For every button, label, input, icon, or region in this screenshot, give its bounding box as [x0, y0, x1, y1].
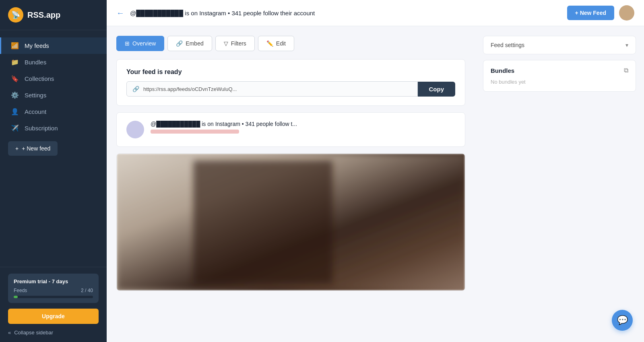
back-button[interactable]: ←	[116, 8, 124, 18]
upgrade-button[interactable]: Upgrade	[8, 309, 99, 324]
topbar-left: ← @███████████ is on Instagram • 341 peo…	[116, 8, 315, 18]
sidebar-item-collections[interactable]: 🔖 Collections	[0, 70, 107, 87]
filters-icon: ▽	[224, 40, 228, 47]
sidebar-item-bundles[interactable]: 📁 Bundles	[0, 54, 107, 70]
feed-preview-title: @███████████ is on Instagram • 341 peopl…	[151, 121, 297, 127]
feed-url-row: 🔗 https://rss.app/feeds/oCDvnTzeWuluQ...…	[126, 81, 455, 97]
collections-icon: 🔖	[11, 75, 19, 82]
sidebar-item-subscription[interactable]: ✈️ Subscription	[0, 120, 107, 136]
collapse-sidebar-button[interactable]: « Collapse sidebar	[8, 330, 99, 336]
tab-embed-label: Embed	[186, 40, 203, 47]
app-name: RSS.app	[27, 10, 60, 20]
feed-preview-url-bar	[151, 130, 239, 134]
main-content: ← @███████████ is on Instagram • 341 peo…	[107, 0, 644, 342]
sidebar-logo: 📡 RSS.app	[0, 0, 107, 30]
link-icon: 🔗	[132, 86, 139, 92]
logo-icon: 📡	[8, 7, 23, 23]
collapse-arrows-icon: «	[8, 330, 11, 336]
bundles-header: Bundles ⧉	[491, 67, 628, 74]
feed-settings-dropdown[interactable]: Feed settings ▾	[483, 36, 636, 54]
content-area: ⊞ Overview 🔗 Embed ▽ Filters ✏️ Edit	[107, 26, 644, 342]
collapse-label: Collapse sidebar	[14, 330, 53, 336]
feeds-value: 2 / 40	[81, 288, 93, 293]
sidebar-item-account[interactable]: 👤 Account	[0, 103, 107, 120]
tab-edit[interactable]: ✏️ Edit	[258, 36, 294, 51]
feed-preview-content: @███████████ is on Instagram • 341 peopl…	[151, 121, 297, 134]
feeds-row: Feeds 2 / 40	[14, 288, 93, 293]
premium-title: Premium trial - 7 days	[14, 278, 93, 284]
embed-icon: 🔗	[176, 40, 183, 47]
progress-bar	[14, 296, 93, 298]
sidebar-item-label: My feeds	[25, 42, 49, 49]
new-feed-top-button[interactable]: + New Feed	[567, 6, 614, 20]
sidebar-bottom: Premium trial - 7 days Feeds 2 / 40 Upgr…	[0, 267, 107, 342]
tab-edit-label: Edit	[276, 40, 286, 47]
sidebar-item-label: Bundles	[25, 59, 46, 66]
bundles-card: Bundles ⧉ No bundles yet	[483, 60, 636, 92]
my-feeds-icon: 📶	[11, 42, 19, 49]
svg-rect-1	[193, 161, 332, 284]
page-title: @███████████ is on Instagram • 341 peopl…	[130, 10, 315, 16]
sidebar-item-label: Collections	[25, 75, 54, 82]
rss-logo-icon: 📡	[11, 10, 20, 19]
settings-icon: ⚙️	[11, 91, 19, 99]
tab-embed[interactable]: 🔗 Embed	[167, 36, 212, 51]
tab-overview-label: Overview	[132, 40, 156, 47]
premium-badge: Premium trial - 7 days Feeds 2 / 40	[8, 274, 99, 303]
tab-filters[interactable]: ▽ Filters	[215, 36, 255, 51]
feed-url-box: 🔗 https://rss.app/feeds/oCDvnTzeWuluQ...	[126, 81, 418, 97]
topbar-right: + New Feed	[567, 5, 634, 21]
tab-filters-label: Filters	[231, 40, 246, 47]
bundles-icon: 📁	[11, 58, 19, 66]
sidebar-item-label: Subscription	[25, 125, 58, 132]
no-bundles-text: No bundles yet	[491, 79, 628, 85]
sidebar-item-label: Settings	[25, 92, 46, 99]
sidebar-item-my-feeds[interactable]: 📶 My feeds	[0, 37, 107, 54]
account-icon: 👤	[11, 108, 19, 115]
feed-settings-label: Feed settings	[491, 42, 524, 48]
feed-ready-card: Your feed is ready 🔗 https://rss.app/fee…	[116, 59, 465, 106]
feed-url-text: https://rss.app/feeds/oCDvnTzeWuluQ...	[143, 86, 237, 92]
feed-avatar	[126, 121, 144, 138]
copy-button[interactable]: Copy	[418, 82, 456, 97]
tab-overview[interactable]: ⊞ Overview	[116, 36, 164, 51]
feed-preview-card: @███████████ is on Instagram • 341 peopl…	[116, 112, 465, 147]
sidebar-item-settings[interactable]: ⚙️ Settings	[0, 87, 107, 103]
image-card	[116, 153, 465, 291]
bundles-title: Bundles	[491, 67, 514, 74]
chat-icon: 💬	[617, 315, 628, 326]
subscription-icon: ✈️	[11, 124, 19, 132]
edit-icon: ✏️	[266, 40, 273, 47]
content-main: ⊞ Overview 🔗 Embed ▽ Filters ✏️ Edit	[107, 26, 475, 342]
progress-fill	[14, 296, 18, 298]
new-feed-sidebar-button[interactable]: + + New feed	[8, 141, 58, 156]
overview-icon: ⊞	[125, 40, 130, 47]
right-sidebar: Feed settings ▾ Bundles ⧉ No bundles yet	[475, 26, 644, 342]
feeds-label: Feeds	[14, 288, 27, 293]
chevron-down-icon: ▾	[625, 42, 628, 48]
plus-icon: +	[15, 145, 19, 152]
chat-button[interactable]: 💬	[612, 310, 633, 331]
new-feed-btn-label: + New feed	[22, 145, 50, 152]
add-to-bundles-icon[interactable]: ⧉	[624, 67, 628, 74]
avatar[interactable]	[619, 5, 634, 21]
tabs: ⊞ Overview 🔗 Embed ▽ Filters ✏️ Edit	[116, 36, 465, 51]
feed-image-placeholder	[117, 154, 465, 290]
sidebar: 📡 RSS.app 📶 My feeds 📁 Bundles 🔖 Collect…	[0, 0, 107, 342]
feed-ready-title: Your feed is ready	[126, 68, 455, 76]
topbar: ← @███████████ is on Instagram • 341 peo…	[107, 0, 644, 26]
sidebar-nav: 📶 My feeds 📁 Bundles 🔖 Collections ⚙️ Se…	[0, 30, 107, 267]
sidebar-item-label: Account	[25, 108, 46, 115]
